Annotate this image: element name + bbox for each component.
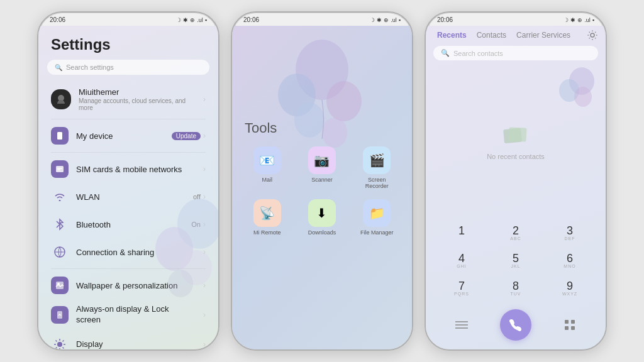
dial-key-1[interactable]: 1 — [436, 221, 487, 246]
call-button[interactable] — [500, 309, 531, 341]
gear-icon — [587, 30, 598, 41]
screenrecorder-label: Screen Recorder — [359, 177, 394, 189]
bt-icon-3: ✱ — [570, 17, 575, 23]
phone-home: 20:06 ☽ ✱ ⊕ .ul ▪ Tools 📧 — [231, 11, 413, 351]
search-icon: 🔍 — [55, 64, 62, 71]
sim-icon — [51, 160, 69, 178]
settings-title: Settings — [38, 31, 218, 60]
dialpad-row-2: 4 GHI 5 JKL 6 MNO — [436, 249, 596, 274]
connection-icon — [51, 243, 69, 261]
dial-key-6[interactable]: 6 MNO — [544, 249, 596, 274]
sig-icon-3: ⊕ — [577, 17, 582, 23]
bluetooth-value: On — [191, 221, 201, 228]
settings-item-sim[interactable]: SIM cards & mobile networks › — [38, 155, 218, 183]
svg-point-10 — [57, 342, 62, 347]
settings-item-mydevice[interactable]: My device Update › — [38, 122, 218, 150]
svg-line-15 — [56, 340, 57, 341]
app-miremote[interactable]: 📡 Mi Remote — [242, 199, 292, 236]
alwayson-icon — [51, 306, 69, 324]
status-icons-3: ☽ ✱ ⊕ .ul ▪ — [564, 17, 594, 23]
app-screenrecorder[interactable]: 🎬 Screen Recorder — [352, 146, 402, 189]
bluetooth-right: On › — [191, 220, 206, 229]
miremote-icon: 📡 — [253, 199, 281, 227]
sig-icon-2: ⊕ — [384, 17, 389, 23]
connection-text: Connection & sharing — [76, 248, 196, 257]
app-scanner[interactable]: 📷 Scanner — [297, 146, 347, 189]
status-bar-2: 20:06 ☽ ✱ ⊕ .ul ▪ — [232, 13, 412, 26]
wallpaper-label: Wallpaper & personalization — [76, 281, 196, 290]
bluetooth-icon: ✱ — [183, 17, 188, 23]
dial-key-2[interactable]: 2 ABC — [490, 221, 541, 246]
dial-num-8: 8 — [513, 280, 519, 292]
tab-carrier-services[interactable]: Carrier Services — [513, 28, 574, 42]
svg-point-31 — [574, 87, 592, 107]
display-icon — [51, 336, 69, 349]
dial-letters-9: WXYZ — [562, 292, 577, 298]
chevron-icon-9: › — [203, 340, 206, 349]
search-placeholder: Search settings — [66, 63, 114, 71]
settings-item-bluetooth[interactable]: Bluetooth On › — [38, 211, 218, 238]
search-icon-dialer: 🔍 — [441, 49, 450, 57]
no-contacts-area: No recent contacts — [426, 65, 606, 219]
dialer-inner: Recents Contacts Carrier Services 🔍 Sear… — [426, 26, 606, 349]
settings-item-alwayson[interactable]: Always-on display & Lock screen › — [38, 299, 218, 331]
svg-rect-3 — [57, 168, 62, 169]
svg-rect-2 — [56, 166, 64, 172]
chevron-icon-6: › — [203, 248, 206, 256]
scanner-icon: 📷 — [308, 146, 336, 174]
dial-key-9[interactable]: 9 WXYZ — [544, 277, 596, 302]
dialer-search[interactable]: 🔍 Search contacts — [433, 46, 598, 60]
settings-item-wallpaper[interactable]: Wallpaper & personalization › — [38, 272, 218, 299]
settings-item-miuithemer[interactable]: Miuithemer Manage accounts, cloud servic… — [38, 82, 218, 116]
chevron-icon-8: › — [203, 310, 206, 319]
app-downloads[interactable]: ⬇ Downloads — [297, 199, 347, 236]
dial-num-3: 3 — [567, 225, 573, 236]
dial-key-8[interactable]: 8 TUV — [490, 277, 541, 302]
dial-key-4[interactable]: 4 GHI — [436, 249, 487, 274]
dialpad-row-1: 1 2 ABC 3 DEF — [436, 221, 596, 246]
settings-search[interactable]: 🔍 Search settings — [47, 60, 209, 75]
net-icon-2: .ul — [391, 17, 397, 23]
dial-key-7[interactable]: 7 PQRS — [436, 277, 487, 302]
dial-num-9: 9 — [567, 280, 573, 292]
dial-num-4: 4 — [458, 253, 465, 264]
bluetooth-label: Bluetooth — [76, 220, 184, 229]
wlan-text: WLAN — [76, 192, 186, 202]
gear-button[interactable] — [587, 30, 598, 43]
app-filemanager[interactable]: 📁 File Manager — [352, 199, 402, 236]
dial-action-row — [436, 305, 596, 344]
settings-scroll: Settings 🔍 Search settings Miuithemer Ma… — [38, 26, 218, 349]
settings-item-wlan[interactable]: WLAN off › — [38, 183, 218, 211]
status-icons-1: ☽ ✱ ⊕ .ul ▪ — [176, 17, 207, 23]
home-inner: Tools 📧 Mail 📷 Scanner 🎬 Screen Recorder — [232, 26, 412, 349]
settings-item-display[interactable]: Display › — [38, 331, 218, 349]
dial-key-0-center[interactable] — [490, 305, 541, 344]
svg-rect-1 — [57, 132, 62, 140]
mail-icon: 📧 — [253, 146, 281, 174]
dialpad-row-3: 7 PQRS 8 TUV 9 WXYZ — [436, 277, 596, 302]
dial-letters-6: MNO — [564, 264, 575, 270]
app-mail[interactable]: 📧 Mail — [242, 146, 292, 189]
app-grid: 📧 Mail 📷 Scanner 🎬 Screen Recorder 📡 Mi … — [242, 146, 402, 236]
no-contacts-text: No recent contacts — [487, 153, 545, 160]
dial-grid-button[interactable] — [544, 315, 596, 335]
screenrecorder-icon: 🎬 — [363, 146, 391, 174]
bat-icon-3: ▪ — [592, 17, 594, 23]
net-icon-3: .ul — [584, 17, 591, 23]
tab-contacts[interactable]: Contacts — [473, 28, 510, 42]
dial-key-5[interactable]: 5 JKL — [490, 249, 541, 274]
tab-recents[interactable]: Recents — [433, 28, 470, 42]
mydevice-right: Update › — [172, 131, 206, 140]
miuithemer-sublabel: Manage accounts, cloud services, and mor… — [79, 97, 196, 111]
dial-letters-3: DEF — [565, 236, 575, 243]
dial-key-3[interactable]: 3 DEF — [544, 221, 596, 246]
sim-text: SIM cards & mobile networks — [76, 165, 196, 174]
moon-icon-2: ☽ — [370, 17, 375, 23]
dial-menu-button[interactable] — [436, 315, 487, 334]
settings-item-connection[interactable]: Connection & sharing › — [38, 238, 218, 266]
bluetooth-text: Bluetooth — [76, 220, 184, 229]
wlan-right: off › — [193, 192, 206, 201]
svg-point-28 — [591, 33, 594, 37]
no-contacts-icon — [500, 124, 531, 149]
wlan-icon — [51, 188, 69, 206]
